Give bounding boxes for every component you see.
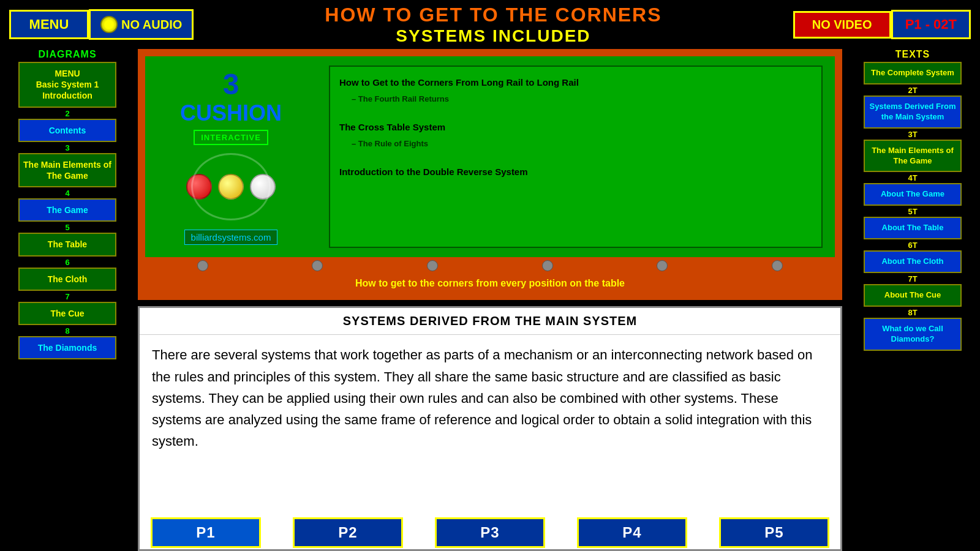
right-num-2t: 2T [864,86,962,95]
table-caption: How to get to the corners from every pos… [145,274,835,293]
nav-num-7: 7 [18,292,116,301]
nav-btn-4[interactable]: The Game [18,198,116,222]
right-num-5t: 5T [864,207,962,216]
diagrams-label: DIAGRAMS [38,49,96,60]
right-num-7t: 7T [864,274,962,283]
nav-num-6: 6 [18,258,116,267]
menu-button[interactable]: MENU [9,10,89,39]
table-display: 3CUSHION INTERACTIVE billiardsystems.com [138,49,842,300]
right-nav-item-3t: 3T The Main Elements of The Game [864,130,962,173]
menu-item-4: – The Rule of Eights [339,138,812,149]
pagination: P1 P2 P3 P4 P5 [123,514,858,551]
right-nav-item-2t: 2T Systems Derived From the Main System [864,86,962,129]
dot-4 [542,260,553,271]
menu-item-5: Introduction to the Double Reverse Syste… [339,165,812,178]
right-num-6t: 6T [864,241,962,250]
content-title: SYSTEMS DERIVED FROM THE MAIN SYSTEM [140,308,840,335]
nav-btn-1[interactable]: MENUBasic System 1Introduction [18,62,116,108]
page-btn-p3[interactable]: P3 [435,517,545,548]
audio-label: NO AUDIO [121,18,182,32]
right-btn-7t[interactable]: About The Cue [864,284,962,307]
texts-label: TEXTS [895,49,930,60]
nav-btn-8[interactable]: The Diamonds [18,336,116,359]
right-nav-item-7t: 7T About The Cue [864,274,962,307]
nav-num-4: 4 [18,189,116,198]
dot-1 [197,260,208,271]
right-btn-4t[interactable]: About The Game [864,183,962,206]
right-btn-5t[interactable]: About The Table [864,217,962,239]
right-btn-8t[interactable]: What do we Call Diamonds? [864,318,962,351]
audio-button[interactable]: NO AUDIO [89,9,194,40]
table-left-panel: 3CUSHION INTERACTIVE billiardsystems.com [145,56,317,257]
table-dots [145,257,835,274]
dot-3 [427,260,438,271]
nav-item-2: 2 Contents [18,109,116,142]
video-button[interactable]: NO VIDEO [793,11,891,39]
nav-num-2: 2 [18,109,116,118]
right-btn-6t[interactable]: About The Cloth [864,250,962,273]
table-inner: 3CUSHION INTERACTIVE billiardsystems.com [145,56,835,257]
audio-icon [100,16,118,33]
right-nav-item-8t: 8T What do we Call Diamonds? [864,308,962,351]
nav-item-7: 7 The Cue [18,292,116,325]
nav-btn-3[interactable]: The Main Elements of The Game [18,153,116,187]
nav-item-8: 8 The Diamonds [18,326,116,359]
nav-num-8: 8 [18,326,116,335]
nav-num-3: 3 [18,143,116,152]
nav-item-3: 3 The Main Elements of The Game [18,143,116,187]
page-btn-p4[interactable]: P4 [577,517,687,548]
nav-num-5: 5 [18,223,116,232]
menu-item-3: The Cross Table System [339,121,812,133]
page-title: HOW TO GET TO THE CORNERS SYSTEMS INCLUD… [206,4,780,46]
right-nav-item-5t: 5T About The Table [864,207,962,239]
dot-5 [657,260,668,271]
dot-2 [312,260,323,271]
table-right-panel: How to Get to the Corners From Long Rail… [317,56,835,257]
page-btn-p5[interactable]: P5 [719,517,829,548]
right-num-8t: 8T [864,308,962,317]
right-btn-3t[interactable]: The Main Elements of The Game [864,140,962,173]
left-sidebar: DIAGRAMS MENUBasic System 1Introduction … [6,49,129,551]
nav-item-4: 4 The Game [18,189,116,222]
nav-btn-6[interactable]: The Cloth [18,268,116,291]
interactive-badge: INTERACTIVE [194,130,268,145]
nav-btn-5[interactable]: The Table [18,233,116,256]
title-line1: HOW TO GET TO THE CORNERS [206,4,780,26]
page-indicator[interactable]: P1 - 02T [891,10,971,39]
page-btn-p2[interactable]: P2 [293,517,403,548]
right-nav-item-6t: 6T About The Cloth [864,241,962,273]
nav-btn-7[interactable]: The Cue [18,302,116,325]
right-sidebar: TEXTS The Complete System 2T Systems Der… [851,49,974,551]
center-content: 3CUSHION INTERACTIVE billiardsystems.com [129,49,851,551]
table-menu: How to Get to the Corners From Long Rail… [329,66,823,248]
nav-btn-2[interactable]: Contents [18,119,116,142]
right-btn-1t[interactable]: The Complete System [864,62,962,84]
nav-item-1: MENUBasic System 1Introduction [18,62,116,108]
right-nav-item-4t: 4T About The Game [864,173,962,206]
website-text: billiardsystems.com [184,230,278,245]
cushion-num: 3 [223,68,239,100]
nav-item-6: 6 The Cloth [18,258,116,291]
right-btn-2t[interactable]: Systems Derived From the Main System [864,96,962,129]
right-nav-item-1t: The Complete System [864,62,962,84]
page-btn-p1[interactable]: P1 [151,517,261,548]
header: MENU NO AUDIO HOW TO GET TO THE CORNERS … [0,0,980,49]
menu-item-2: – The Fourth Rail Returns [339,94,812,105]
nav-item-5: 5 The Table [18,223,116,256]
dot-6 [772,260,783,271]
right-num-3t: 3T [864,130,962,139]
main-layout: DIAGRAMS MENUBasic System 1Introduction … [0,49,980,551]
menu-item-1: How to Get to the Corners From Long Rail… [339,76,812,89]
right-num-4t: 4T [864,173,962,182]
title-line2: SYSTEMS INCLUDED [206,26,780,46]
cushion-label: 3CUSHION [180,69,282,125]
